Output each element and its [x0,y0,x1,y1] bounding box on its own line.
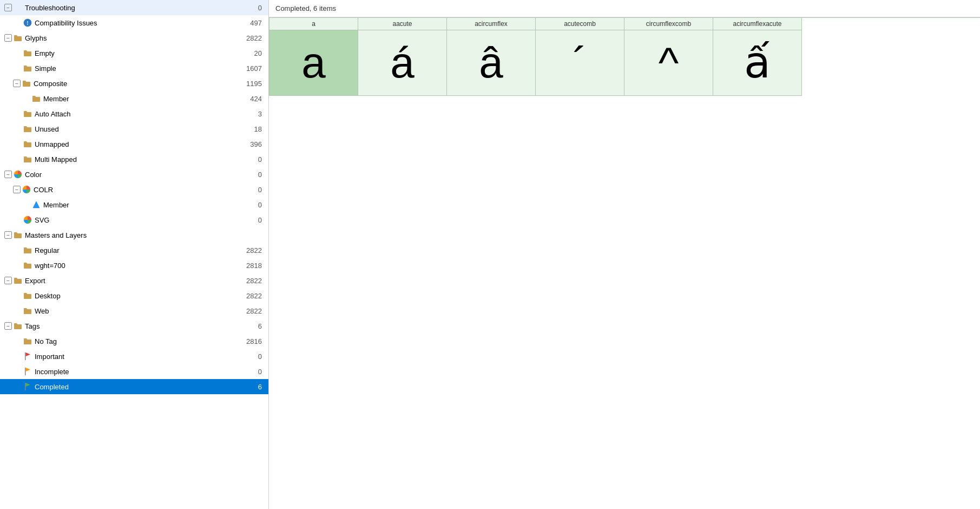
triangle-icon [31,200,41,210]
sidebar-item-wght700[interactable]: wght=7002818 [0,258,268,273]
sidebar-item-label: Export [25,277,245,285]
glyph-cell-a[interactable]: aa [269,18,358,96]
sidebar-item-count: 18 [245,125,266,133]
glyph-cell-aacute[interactable]: aacuteá [358,18,447,96]
folder-icon [23,109,32,119]
sidebar-item-label: Member [43,201,245,209]
sidebar-item-tags[interactable]: − Tags6 [0,318,268,334]
folder-icon [13,321,23,331]
sidebar-item-masters-and-layers[interactable]: − Masters and Layers [0,227,268,243]
sidebar-item-simple[interactable]: Simple1607 [0,61,268,76]
collapse-icon[interactable]: − [4,34,12,42]
sidebar-item-count: 0 [245,186,266,194]
sidebar-item-composite[interactable]: − Composite1195 [0,76,268,91]
sidebar-item-count: 0 [245,216,266,224]
folder-icon [23,291,32,301]
sidebar-item-glyphs[interactable]: − Glyphs2822 [0,30,268,45]
folder-icon [23,154,32,164]
sidebar-item-unused[interactable]: Unused18 [0,121,268,136]
glyph-char-acircumflexacute: ấ [742,30,773,95]
sidebar-item-label: Important [35,353,245,361]
glyph-grid-container: aaaacuteáacircumflexâacutecomb´circumfle… [269,17,980,509]
sidebar-item-count: 6 [245,322,266,330]
sidebar-item-count: 20 [245,49,266,57]
folder-icon [13,230,23,240]
folder-icon [23,63,32,73]
collapse-icon[interactable]: − [13,80,21,87]
sidebar-item-label: Incomplete [35,368,245,376]
sidebar: −Troubleshooting0 ! Compatibility Issues… [0,0,269,509]
sidebar-item-label: Troubleshooting [25,4,245,12]
folder-icon [23,306,32,316]
content-header: Completed, 6 items [269,0,980,17]
content-title: Completed, 6 items [275,4,336,12]
main-content: Completed, 6 items aaaacuteáacircumflexâ… [269,0,980,509]
sidebar-item-web[interactable]: Web2822 [0,303,268,318]
glyph-name-circumflexcomb: circumflexcomb [624,18,713,30]
sidebar-item-count: 0 [245,353,266,361]
sidebar-item-important[interactable]: Important0 [0,349,268,364]
sidebar-item-color[interactable]: − Color0 [0,167,268,182]
collapse-icon[interactable]: − [4,322,12,330]
sidebar-item-troubleshooting[interactable]: −Troubleshooting0 [0,0,268,15]
sidebar-item-multi-mapped[interactable]: Multi Mapped0 [0,152,268,167]
svg-rect-10 [25,383,26,390]
glyph-name-acircumflex: acircumflex [447,18,535,30]
folder-icon [22,79,31,88]
sidebar-item-label: Completed [35,383,245,391]
folder-icon [23,139,32,149]
collapse-icon[interactable]: − [4,4,12,11]
sidebar-item-count: 2822 [245,307,266,315]
folder-icon [23,245,32,255]
pie-icon [13,169,23,179]
sidebar-item-empty[interactable]: Empty20 [0,45,268,61]
folder-icon [23,48,32,58]
glyph-cell-acircumflex[interactable]: acircumflexâ [447,18,536,96]
sidebar-item-label: Unused [35,125,245,133]
svg-marker-11 [26,383,31,387]
sidebar-item-completed[interactable]: Completed6 [0,379,268,394]
sidebar-item-member-colr[interactable]: Member0 [0,197,268,212]
sidebar-item-compatibility-issues[interactable]: ! Compatibility Issues497 [0,15,268,30]
collapse-icon[interactable]: − [4,277,12,284]
sidebar-item-count: 2822 [245,246,266,255]
folder-icon [23,336,32,346]
glyph-name-a: a [269,18,358,30]
glyph-char-a: a [299,30,328,95]
sidebar-item-member-composite[interactable]: Member424 [0,91,268,106]
sidebar-item-colr[interactable]: − COLR0 [0,182,268,197]
sidebar-item-label: SVG [35,216,245,224]
glyph-name-acutecomb: acutecomb [536,18,624,30]
sidebar-item-count: 2816 [245,337,266,345]
collapse-icon[interactable]: − [4,171,12,178]
sidebar-item-no-tag[interactable]: No Tag2816 [0,334,268,349]
glyph-cell-acutecomb[interactable]: acutecomb´ [536,18,624,96]
glyph-cell-circumflexcomb[interactable]: circumflexcomb^ [624,18,713,96]
sidebar-item-label: Compatibility Issues [35,19,245,27]
glyph-cell-acircumflexacute[interactable]: acircumflexacuteấ [713,18,802,96]
sidebar-item-regular[interactable]: Regular2822 [0,243,268,258]
glyph-name-aacute: aacute [358,18,446,30]
sidebar-item-export[interactable]: − Export2822 [0,273,268,288]
sidebar-item-label: COLR [34,186,245,194]
sidebar-item-label: Glyphs [25,34,245,42]
sidebar-item-count: 0 [245,4,266,12]
sidebar-item-svg[interactable]: SVG0 [0,212,268,227]
sidebar-item-desktop[interactable]: Desktop2822 [0,288,268,303]
sidebar-item-unmapped[interactable]: Unmapped396 [0,136,268,152]
sidebar-item-auto-attach[interactable]: Auto Attach3 [0,106,268,121]
folder-icon [23,260,32,270]
flag-green-icon [23,382,32,391]
collapse-icon[interactable]: − [13,186,21,193]
glyph-char-acircumflex: â [477,30,505,95]
folder-icon [31,94,41,103]
sidebar-item-label: Member [43,95,245,103]
sidebar-item-incomplete[interactable]: Incomplete0 [0,364,268,379]
sidebar-item-count: 0 [245,171,266,179]
collapse-icon[interactable]: − [4,231,12,239]
sidebar-item-count: 1195 [245,80,266,88]
svg-marker-9 [26,368,31,371]
folder-icon [23,124,32,134]
sidebar-item-label: wght=700 [35,262,245,270]
sidebar-item-count: 1607 [245,64,266,73]
